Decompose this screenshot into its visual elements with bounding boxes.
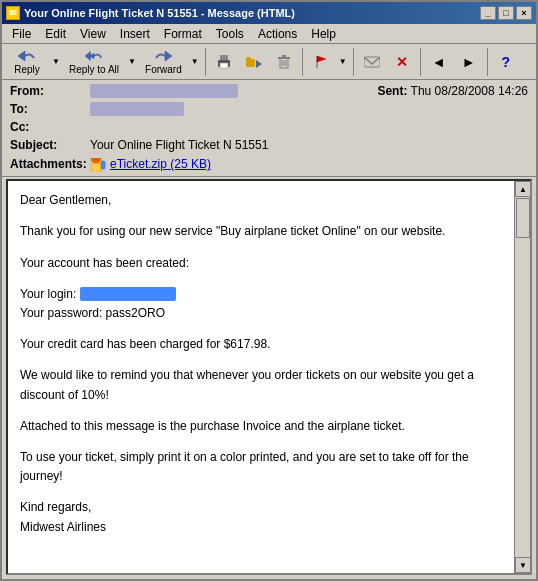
move-button[interactable] <box>240 47 268 77</box>
menu-help[interactable]: Help <box>305 26 342 42</box>
svg-rect-12 <box>282 55 286 57</box>
title-bar: ✉ Your Online Flight Ticket N 51551 - Me… <box>2 2 536 24</box>
message-body: Dear Gentlemen, Thank you for using our … <box>8 181 530 573</box>
forward-arrow[interactable]: ▼ <box>189 47 201 77</box>
reply-icon <box>18 49 36 63</box>
reply-to-all-button[interactable]: Reply to All <box>64 47 124 77</box>
toolbar-separator-4 <box>420 48 421 76</box>
svg-marker-17 <box>317 56 326 62</box>
next-icon: ► <box>460 54 478 70</box>
subject-label: Subject: <box>10 138 90 154</box>
prev-icon: ◄ <box>430 54 448 70</box>
safe-sender-button[interactable] <box>358 47 386 77</box>
svg-rect-23 <box>101 161 105 169</box>
delete-icon <box>275 54 293 70</box>
app-icon: ✉ <box>6 6 20 20</box>
scroll-thumb[interactable] <box>516 198 530 238</box>
sent-value: Thu 08/28/2008 14:26 <box>411 84 528 98</box>
to-blurred: xxxxxxxxxxxxxxx <box>90 102 184 116</box>
menu-format[interactable]: Format <box>158 26 208 42</box>
login-link[interactable]: xxxxxxxxxx.co.uk <box>80 287 176 301</box>
cc-value <box>90 120 528 136</box>
forward-icon <box>154 49 172 63</box>
to-row: To: xxxxxxxxxxxxxxx <box>10 102 528 118</box>
svg-marker-3 <box>165 51 172 61</box>
body-greeting: Dear Gentlemen, <box>20 191 510 210</box>
toolbar-separator-3 <box>353 48 354 76</box>
from-row: From: xxxxxxxxxxxxxxxxxxxxxxxx Sent: Thu… <box>10 84 528 100</box>
close-msg-icon: ✕ <box>393 54 411 70</box>
to-value: xxxxxxxxxxxxxxx <box>90 102 528 118</box>
window-title: Your Online Flight Ticket N 51551 - Mess… <box>24 7 295 19</box>
sent-section: Sent: Thu 08/28/2008 14:26 <box>377 84 528 100</box>
menu-bar: File Edit View Insert Format Tools Actio… <box>2 24 536 44</box>
flag-icon <box>312 54 330 70</box>
body-login-section: Your login: xxxxxxxxxx.co.uk Your passwo… <box>20 285 510 323</box>
body-login-line: Your login: xxxxxxxxxx.co.uk <box>20 285 510 304</box>
menu-actions[interactable]: Actions <box>252 26 303 42</box>
email-header: From: xxxxxxxxxxxxxxxxxxxxxxxx Sent: Thu… <box>2 80 536 177</box>
toolbar: Reply ▼ Reply to All ▼ Forwar <box>2 44 536 80</box>
flag-arrow[interactable]: ▼ <box>337 47 349 77</box>
body-para6: To use your ticket, simply print it on a… <box>20 448 510 486</box>
subject-row: Subject: Your Online Flight Ticket N 515… <box>10 138 528 154</box>
body-closing: Kind regards, Midwest Airlines <box>20 498 510 536</box>
reply-to-all-label: Reply to All <box>69 64 119 75</box>
to-label: To: <box>10 102 90 118</box>
svg-marker-0 <box>18 51 25 61</box>
help-button[interactable]: ? <box>492 47 520 77</box>
from-blurred: xxxxxxxxxxxxxxxxxxxxxxxx <box>90 84 238 98</box>
reply-arrow[interactable]: ▼ <box>50 47 62 77</box>
from-label: From: <box>10 84 90 100</box>
menu-view[interactable]: View <box>74 26 112 42</box>
menu-edit[interactable]: Edit <box>39 26 72 42</box>
close-button[interactable]: × <box>516 6 532 20</box>
prev-message-button[interactable]: ◄ <box>425 47 453 77</box>
subject-value: Your Online Flight Ticket N 51551 <box>90 138 528 154</box>
attachment-row: Attachments: eTicket.zip (25 KB) <box>10 156 528 172</box>
reply-to-all-icon <box>85 49 103 63</box>
body-para5: Attached to this message is the purchase… <box>20 417 510 436</box>
cc-row: Cc: <box>10 120 528 136</box>
maximize-button[interactable]: □ <box>498 6 514 20</box>
reply-label: Reply <box>14 64 40 75</box>
scroll-up-button[interactable]: ▲ <box>515 181 531 197</box>
scroll-track <box>515 197 530 557</box>
print-button[interactable] <box>210 47 238 77</box>
close-msg-button[interactable]: ✕ <box>388 47 416 77</box>
print-icon <box>215 54 233 70</box>
menu-insert[interactable]: Insert <box>114 26 156 42</box>
toolbar-separator-2 <box>302 48 303 76</box>
attachments-label: Attachments: <box>10 157 90 171</box>
scroll-down-button[interactable]: ▼ <box>515 557 531 573</box>
svg-rect-22 <box>91 158 101 161</box>
reply-button[interactable]: Reply <box>6 47 48 77</box>
forward-button[interactable]: Forward <box>140 47 187 77</box>
attachment-icon <box>90 156 106 172</box>
toolbar-separator-5 <box>487 48 488 76</box>
title-bar-left: ✉ Your Online Flight Ticket N 51551 - Me… <box>6 6 295 20</box>
minimize-button[interactable]: _ <box>480 6 496 20</box>
body-para3: Your credit card has been charged for $6… <box>20 335 510 354</box>
sent-label: Sent: <box>377 84 407 98</box>
svg-rect-8 <box>246 57 251 60</box>
flag-button[interactable] <box>307 47 335 77</box>
delete-button[interactable] <box>270 47 298 77</box>
scrollbar: ▲ ▼ <box>514 181 530 573</box>
help-icon: ? <box>497 54 515 70</box>
menu-file[interactable]: File <box>6 26 37 42</box>
attachment-name[interactable]: eTicket.zip (25 KB) <box>110 157 528 171</box>
main-window: ✉ Your Online Flight Ticket N 51551 - Me… <box>0 0 538 581</box>
body-para1: Thank you for using our new service "Buy… <box>20 222 510 241</box>
next-message-button[interactable]: ► <box>455 47 483 77</box>
body-para4: We would like to remind you that wheneve… <box>20 366 510 404</box>
forward-label: Forward <box>145 64 182 75</box>
move-icon <box>245 54 263 70</box>
svg-rect-6 <box>220 63 228 68</box>
message-area: Dear Gentlemen, Thank you for using our … <box>6 179 532 575</box>
reply-to-all-arrow[interactable]: ▼ <box>126 47 138 77</box>
login-label: Your login: <box>20 287 80 301</box>
closing-text: Kind regards, <box>20 498 510 517</box>
menu-tools[interactable]: Tools <box>210 26 250 42</box>
cc-label: Cc: <box>10 120 90 136</box>
